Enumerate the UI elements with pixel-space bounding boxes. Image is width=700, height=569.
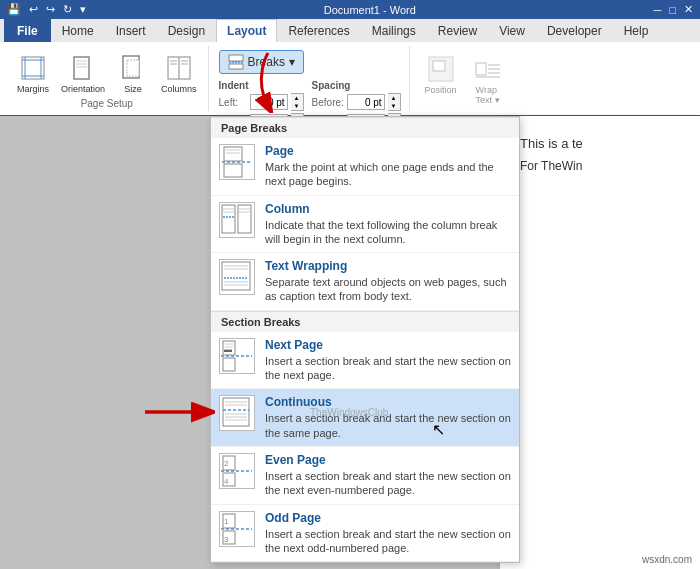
odd-page-break-desc: Insert a section break and start the new… [265, 527, 511, 556]
quick-access-toolbar: 💾 ↩ ↪ ↻ ▾ Document1 - Word ─ □ ✕ [0, 0, 700, 19]
svg-rect-29 [224, 164, 242, 177]
page-break-icon [219, 144, 255, 180]
tab-review[interactable]: Review [427, 19, 488, 42]
tab-references[interactable]: References [277, 19, 360, 42]
margins-button[interactable]: Margins [12, 49, 54, 97]
wsxdn-credit: wsxdn.com [642, 554, 692, 565]
section-breaks-header: Section Breaks [211, 311, 519, 332]
svg-rect-27 [224, 147, 242, 161]
ribbon-bar: Margins Orientation [0, 42, 700, 117]
spacing-before-label: Before: [312, 97, 344, 108]
breaks-continuous-item[interactable]: Continuous Insert a section break and st… [211, 389, 519, 447]
next-page-break-icon: ▬ [219, 338, 255, 374]
text-wrapping-break-label: Text Wrapping [265, 259, 511, 273]
odd-page-break-text: Odd Page Insert a section break and star… [265, 511, 511, 556]
svg-text:2: 2 [224, 459, 229, 468]
svg-rect-22 [476, 63, 486, 75]
svg-rect-10 [127, 60, 139, 76]
orientation-button[interactable]: Orientation [56, 49, 110, 97]
redo-qat-button[interactable]: ↪ [43, 2, 58, 17]
page-break-text: Page Mark the point at which one page en… [265, 144, 511, 189]
tab-insert[interactable]: Insert [105, 19, 157, 42]
indent-left-up[interactable]: ▲ [291, 94, 303, 102]
undo-qat-button[interactable]: ↩ [26, 2, 41, 17]
odd-page-break-icon: 1 3 [219, 511, 255, 547]
wrap-text-label: WrapText ▾ [476, 85, 500, 105]
page-break-desc: Mark the point at which one page ends an… [265, 160, 511, 189]
margins-icon [17, 52, 49, 84]
text-wrapping-break-text: Text Wrapping Separate text around objec… [265, 259, 511, 304]
tab-layout[interactable]: Layout [216, 19, 277, 42]
tab-help[interactable]: Help [613, 19, 660, 42]
indent-left-spinner: ▲ ▼ [291, 93, 304, 111]
arrow-down-indicator [248, 48, 288, 117]
next-page-break-desc: Insert a section break and start the new… [265, 354, 511, 383]
column-break-label: Column [265, 202, 511, 216]
spacing-before-up[interactable]: ▲ [388, 94, 400, 102]
columns-icon [163, 52, 195, 84]
tab-row: File Home Insert Design Layout Reference… [0, 19, 700, 42]
columns-button[interactable]: Columns [156, 49, 202, 97]
document-area: This is a te For TheWin [500, 116, 700, 569]
even-page-break-desc: Insert a section break and start the new… [265, 469, 511, 498]
main-container: 💾 ↩ ↪ ↻ ▾ Document1 - Word ─ □ ✕ File Ho… [0, 0, 700, 569]
page-break-label: Page [265, 144, 511, 158]
breaks-icon [228, 54, 244, 70]
page-setup-label: Page Setup [81, 98, 133, 109]
breaks-odd-page-item[interactable]: 1 3 Odd Page Insert a section break and … [211, 505, 519, 563]
indent-left-label: Left: [219, 97, 247, 108]
watermark: TheWindowsClub [310, 407, 388, 418]
doc-line2: For TheWin [520, 159, 680, 173]
save-qat-button[interactable]: 💾 [4, 2, 24, 17]
tab-mailings[interactable]: Mailings [361, 19, 427, 42]
spacing-label: Spacing [312, 80, 401, 91]
column-break-desc: Indicate that the text following the col… [265, 218, 511, 247]
indent-left-down[interactable]: ▼ [291, 102, 303, 110]
margins-label: Margins [17, 84, 49, 94]
breaks-next-page-item[interactable]: ▬ Next Page Insert a section break and s… [211, 332, 519, 390]
spacing-before-input[interactable] [347, 94, 385, 110]
size-button[interactable]: Size [112, 49, 154, 97]
arrow-right-indicator [140, 398, 215, 430]
tab-developer[interactable]: Developer [536, 19, 613, 42]
even-page-break-icon: 2 4 [219, 453, 255, 489]
breaks-dropdown-menu: Page Breaks Page Mark the point at which… [210, 116, 520, 563]
tab-file[interactable]: File [4, 19, 51, 42]
breaks-page-item[interactable]: Page Mark the point at which one page en… [211, 138, 519, 196]
continuous-break-icon [219, 395, 255, 431]
customize-qat-button[interactable]: ▾ [77, 2, 89, 17]
position-button[interactable]: Position [420, 50, 462, 108]
even-page-break-label: Even Page [265, 453, 511, 467]
tab-home[interactable]: Home [51, 19, 105, 42]
svg-rect-21 [433, 61, 445, 71]
maximize-button[interactable]: □ [666, 3, 679, 17]
wrap-text-button[interactable]: WrapText ▾ [466, 50, 510, 108]
breaks-group: Breaks ▾ Indent Left: ▲ ▼ R [211, 46, 410, 111]
svg-rect-48 [223, 358, 235, 371]
spacing-before-spinner: ▲ ▼ [388, 93, 401, 111]
close-button[interactable]: ✕ [681, 2, 696, 17]
odd-page-break-label: Odd Page [265, 511, 511, 525]
repeat-qat-button[interactable]: ↻ [60, 2, 75, 17]
breaks-column-item[interactable]: Column Indicate that the text following … [211, 196, 519, 254]
columns-label: Columns [161, 84, 197, 94]
arrange-group: Position WrapText ▾ [412, 46, 518, 111]
page-setup-group: Margins Orientation [6, 46, 209, 111]
position-label: Position [425, 85, 457, 95]
tab-view[interactable]: View [488, 19, 536, 42]
spacing-before-down[interactable]: ▼ [388, 102, 400, 110]
text-wrapping-break-desc: Separate text around objects on web page… [265, 275, 511, 304]
tab-design[interactable]: Design [157, 19, 216, 42]
svg-text:▬: ▬ [224, 345, 232, 354]
breaks-arrow: ▾ [289, 55, 295, 69]
next-page-break-label: Next Page [265, 338, 511, 352]
svg-text:3: 3 [224, 535, 229, 544]
svg-rect-5 [74, 57, 89, 79]
breaks-text-wrapping-item[interactable]: Text Wrapping Separate text around objec… [211, 253, 519, 311]
page-breaks-header: Page Breaks [211, 117, 519, 138]
minimize-button[interactable]: ─ [651, 3, 665, 17]
svg-text:4: 4 [224, 477, 229, 486]
svg-text:1: 1 [224, 517, 229, 526]
breaks-even-page-item[interactable]: 2 4 Even Page Insert a section break and… [211, 447, 519, 505]
size-icon [117, 52, 149, 84]
